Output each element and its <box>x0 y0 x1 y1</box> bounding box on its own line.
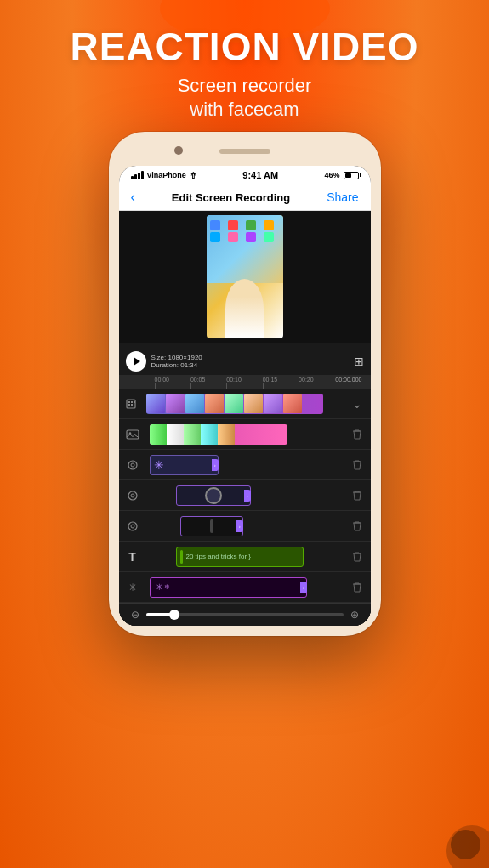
text-clip[interactable]: 20 tips and tricks for } <box>176 547 304 567</box>
sparkle-track-icon: ✳ <box>119 582 146 593</box>
timeline-area: Size: 1080×1920 Duration: 01:34 ⊞ 00:00 … <box>119 343 371 626</box>
track-row-blur[interactable]: › <box>119 480 371 511</box>
expand-handle[interactable]: › <box>236 520 243 532</box>
app-icon <box>246 220 256 230</box>
time-mark-3: 00:15 <box>263 377 278 383</box>
track-row-effect1[interactable]: ✳ › <box>119 450 371 480</box>
svg-point-7 <box>128 432 130 434</box>
sparkle-icon: ✳ <box>154 458 164 472</box>
text-clip-label: 20 tips and tricks for } <box>186 553 251 560</box>
phone-frame: VinaPhone ⇮ 9:41 AM 46% ‹ Edit Screen Re… <box>109 132 381 636</box>
track-row-sparkle[interactable]: ✳ ✳ ❄ › <box>119 572 371 603</box>
delete-text-button[interactable] <box>344 551 371 563</box>
trash-icon <box>351 582 363 593</box>
blur-track-icon <box>119 489 146 502</box>
phone-camera <box>174 146 183 155</box>
delete-blur-button[interactable] <box>344 490 371 502</box>
delete-effect1-button[interactable] <box>344 459 371 471</box>
svg-rect-4 <box>128 404 130 406</box>
effect-clip[interactable]: ✳ › <box>150 455 219 475</box>
image-track-content[interactable] <box>146 423 344 446</box>
track-row-text[interactable]: T 20 tips and tricks for } <box>119 542 371 572</box>
app-subtitle: Screen recorder with facecam <box>0 74 489 122</box>
video-clip[interactable] <box>146 394 324 414</box>
chevron-down-icon: ⌄ <box>352 397 362 411</box>
play-button[interactable] <box>126 351 146 372</box>
zoom-out-icon[interactable]: ⊖ <box>131 609 139 621</box>
effect-track-icon <box>119 458 146 472</box>
dark-clip[interactable]: › <box>180 516 243 536</box>
phone-notch <box>119 142 371 166</box>
signal-icon <box>131 171 144 179</box>
video-track-icon <box>119 397 146 411</box>
phone-mockup: VinaPhone ⇮ 9:41 AM 46% ‹ Edit Screen Re… <box>109 132 381 636</box>
status-time: 9:41 AM <box>242 170 278 180</box>
green-bar <box>180 550 183 564</box>
snowflake-icon: ❄ <box>164 583 170 591</box>
back-button[interactable]: ‹ <box>131 190 135 205</box>
expand-handle[interactable]: › <box>244 490 251 502</box>
time-mark-0: 00:00 <box>155 377 170 383</box>
delete-dark-button[interactable] <box>344 520 371 532</box>
video-info: Size: 1080×1920 Duration: 01:34 <box>151 354 349 369</box>
share-button[interactable]: Share <box>327 190 358 204</box>
app-icon <box>228 220 238 230</box>
svg-point-11 <box>131 494 134 497</box>
zoom-thumb[interactable] <box>169 610 179 620</box>
svg-point-12 <box>128 522 137 530</box>
time-mark-4: 00:20 <box>299 377 314 383</box>
delete-sparkle-button[interactable] <box>344 582 371 593</box>
wifi-icon: ⇮ <box>190 171 196 180</box>
play-icon <box>134 357 140 366</box>
delete-image-track-button[interactable] <box>344 428 371 440</box>
video-duration: Duration: 01:34 <box>151 361 349 369</box>
effect-track-content[interactable]: ✳ › <box>146 453 344 477</box>
star-icon: ✳ <box>156 582 162 592</box>
text-track-content[interactable]: 20 tips and tricks for } <box>146 545 344 569</box>
sparkle-clip[interactable]: ✳ ❄ › <box>150 577 308 598</box>
image-frames <box>150 424 287 445</box>
carrier-label: VinaPhone <box>147 171 186 179</box>
blur-circle <box>205 487 222 504</box>
person-silhouette <box>225 279 264 338</box>
image-clip[interactable] <box>150 424 287 445</box>
image-track-icon <box>119 428 146 441</box>
sparkle-track-content[interactable]: ✳ ❄ › <box>146 576 344 599</box>
layers-icon[interactable]: ⊞ <box>354 355 364 368</box>
blur-track-content[interactable]: › <box>146 484 344 508</box>
svg-point-13 <box>131 525 134 528</box>
video-thumbnail <box>207 215 283 338</box>
app-icon <box>246 232 256 242</box>
app-icon <box>264 220 274 230</box>
track-row-dark[interactable]: › <box>119 511 371 542</box>
status-bar: VinaPhone ⇮ 9:41 AM 46% <box>119 166 371 184</box>
track-row-video[interactable]: ⌄ <box>119 389 371 419</box>
blur-clip[interactable]: › <box>176 485 251 506</box>
trash-icon <box>351 490 363 502</box>
trash-icon <box>351 459 363 471</box>
expand-handle[interactable]: › <box>212 459 219 471</box>
status-left: VinaPhone ⇮ <box>131 171 196 180</box>
zoom-in-icon[interactable]: ⊕ <box>350 609 359 621</box>
bottom-decoration <box>421 817 489 868</box>
trash-icon <box>351 551 363 563</box>
track-row-image[interactable] <box>119 419 371 450</box>
svg-rect-2 <box>131 401 133 403</box>
svg-rect-1 <box>128 401 130 403</box>
playhead-time: 00:00.000 <box>335 377 361 383</box>
battery-percent: 46% <box>324 171 339 179</box>
expand-track-button[interactable]: ⌄ <box>344 397 371 411</box>
zoom-slider[interactable] <box>146 613 344 616</box>
app-icon <box>228 232 238 242</box>
video-track-content[interactable] <box>146 392 344 416</box>
zoom-controls: ⊖ ⊕ <box>119 603 371 626</box>
dark-track-content[interactable]: › <box>146 514 344 538</box>
time-mark-2: 00:10 <box>226 377 242 383</box>
dark-track-icon <box>119 519 146 533</box>
nav-title: Edit Screen Recording <box>172 191 290 204</box>
status-right: 46% <box>324 171 358 179</box>
nav-bar: ‹ Edit Screen Recording Share <box>119 184 371 211</box>
svg-point-10 <box>128 491 137 500</box>
dark-bar <box>210 519 213 533</box>
expand-handle[interactable]: › <box>300 582 307 593</box>
